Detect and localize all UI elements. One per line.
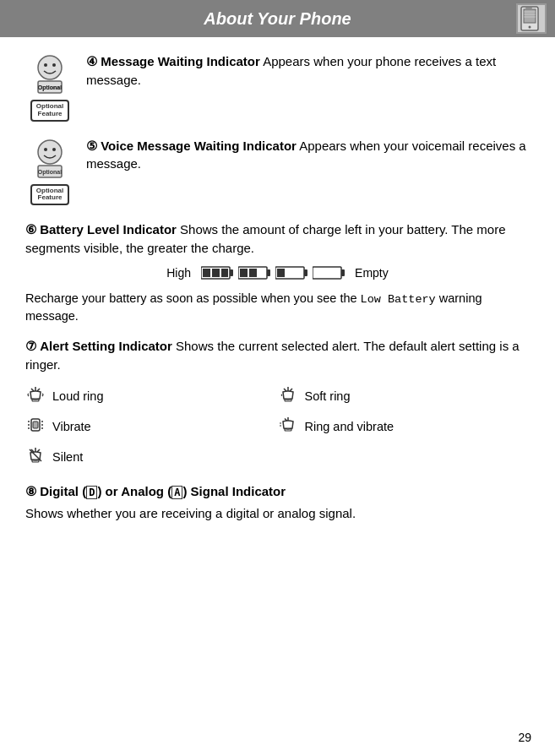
ring-vibrate-label: Ring and vibrate	[305, 420, 394, 433]
svg-point-15	[52, 148, 56, 151]
battery-full	[201, 266, 233, 280]
page-number: 29	[518, 731, 531, 744]
section-number-6: ⑥	[25, 220, 36, 239]
svg-rect-25	[240, 269, 248, 277]
vibrate-icon	[25, 416, 46, 438]
low-battery-mono: Low Battery	[361, 293, 436, 306]
alert-grid: Loud ring Soft ring	[25, 383, 530, 470]
svg-rect-24	[267, 269, 270, 276]
svg-text:Optional: Optional	[38, 169, 62, 176]
svg-rect-22	[221, 269, 228, 277]
silent-icon	[25, 446, 46, 468]
svg-point-9	[52, 63, 56, 67]
svg-point-8	[44, 63, 47, 67]
ring-vibrate-svg	[279, 416, 297, 434]
loud-ring-icon	[25, 385, 46, 407]
svg-point-2	[529, 26, 531, 29]
vibrate-label: Vibrate	[52, 420, 91, 433]
loud-ring-svg	[26, 385, 45, 404]
voice-message-label: Voice Message Waiting Indicator	[101, 139, 297, 153]
battery-heading: ⑥ Battery Level Indicator Shows the amou…	[25, 220, 530, 258]
battery-level-row: High	[25, 266, 530, 280]
battery-section: ⑥ Battery Level Indicator Shows the amou…	[25, 220, 530, 325]
battery-empty	[313, 266, 345, 280]
battery-medium	[238, 266, 270, 280]
battery-low	[275, 266, 307, 280]
svg-rect-28	[304, 269, 307, 276]
voice-message-icon: Optional OptionalFeature	[25, 137, 74, 206]
header-icon	[516, 3, 547, 34]
svg-rect-21	[212, 269, 220, 277]
phone-icon	[518, 5, 545, 32]
svg-point-13	[38, 140, 62, 164]
soft-ring-svg	[279, 385, 297, 404]
svg-rect-19	[230, 269, 233, 276]
svg-rect-20	[203, 269, 210, 277]
optional-feature-icon-2: Optional	[31, 137, 68, 179]
battery-high-label: High	[166, 266, 191, 280]
battery-label: Battery Level Indicator	[40, 222, 177, 237]
message-waiting-label: Message Waiting Indicator	[101, 54, 260, 68]
message-waiting-icon: Optional Optional OptionalFeature	[25, 52, 74, 122]
digital-heading: ⑧ Digital (D) or Analog (A) Signal Indic…	[25, 482, 530, 501]
page-wrapper: About Your Phone	[0, 0, 555, 756]
alert-label: Alert Setting Indicator	[40, 339, 172, 353]
soft-ring-icon	[278, 385, 298, 407]
alert-heading: ⑦ Alert Setting Indicator Shows the curr…	[25, 337, 530, 374]
main-content: Optional Optional OptionalFeature ④ Mess…	[0, 37, 555, 551]
alert-loud-ring: Loud ring	[25, 383, 278, 410]
digital-section: ⑧ Digital (D) or Analog (A) Signal Indic…	[25, 482, 530, 523]
digital-d-symbol: D	[86, 486, 97, 499]
svg-point-7	[38, 56, 62, 79]
recharge-prefix: Recharge your battery as soon as possibl…	[25, 291, 361, 305]
svg-rect-30	[313, 267, 341, 279]
recharge-text: Recharge your battery as soon as possibl…	[25, 290, 530, 326]
svg-text:Optional: Optional	[38, 84, 62, 91]
digital-label: Digital (D) or Analog (A) Signal Indicat…	[40, 484, 286, 498]
loud-ring-label: Loud ring	[52, 389, 103, 403]
analog-a-symbol: A	[171, 486, 182, 499]
battery-bars	[201, 266, 345, 280]
svg-rect-31	[341, 269, 345, 276]
svg-rect-26	[249, 269, 257, 277]
vibrate-svg	[26, 416, 45, 434]
svg-point-14	[44, 148, 47, 151]
optional-feature-icon-1: Optional Optional	[31, 52, 68, 95]
section-number-5: ⑤	[86, 137, 97, 155]
ring-vibrate-icon	[278, 416, 298, 438]
voice-message-text: ⑤ Voice Message Waiting Indicator Appear…	[86, 137, 530, 174]
svg-rect-35	[33, 422, 38, 428]
optional-badge-2: OptionalFeature	[30, 184, 69, 206]
section-number-4: ④	[86, 52, 97, 71]
alert-vibrate: Vibrate	[25, 413, 278, 440]
alert-soft-ring: Soft ring	[278, 383, 531, 410]
svg-rect-29	[277, 269, 285, 277]
voice-message-section: Optional OptionalFeature ⑤ Voice Message…	[25, 137, 530, 206]
message-waiting-section: Optional Optional OptionalFeature ④ Mess…	[25, 52, 530, 122]
alert-empty-cell	[278, 443, 531, 470]
battery-empty-label: Empty	[355, 266, 389, 280]
message-waiting-text: ④ Message Waiting Indicator Appears when…	[86, 52, 530, 90]
section-number-7: ⑦	[25, 337, 36, 356]
alert-silent: Silent	[25, 443, 278, 470]
section-number-8: ⑧	[25, 482, 36, 501]
optional-badge-1: OptionalFeature	[30, 100, 69, 122]
silent-svg	[26, 446, 45, 465]
svg-rect-3	[525, 8, 532, 9]
page-header: About Your Phone	[0, 0, 555, 37]
digital-desc: Shows whether you are receiving a digita…	[25, 504, 530, 523]
page-title: About Your Phone	[204, 9, 351, 29]
optional-face-2: Optional	[31, 137, 68, 182]
svg-rect-1	[524, 9, 536, 23]
optional-face-1: Optional Optional	[31, 52, 68, 98]
alert-ring-vibrate: Ring and vibrate	[278, 413, 531, 440]
alert-section: ⑦ Alert Setting Indicator Shows the curr…	[25, 337, 530, 470]
soft-ring-label: Soft ring	[305, 389, 351, 403]
silent-label: Silent	[52, 450, 83, 464]
